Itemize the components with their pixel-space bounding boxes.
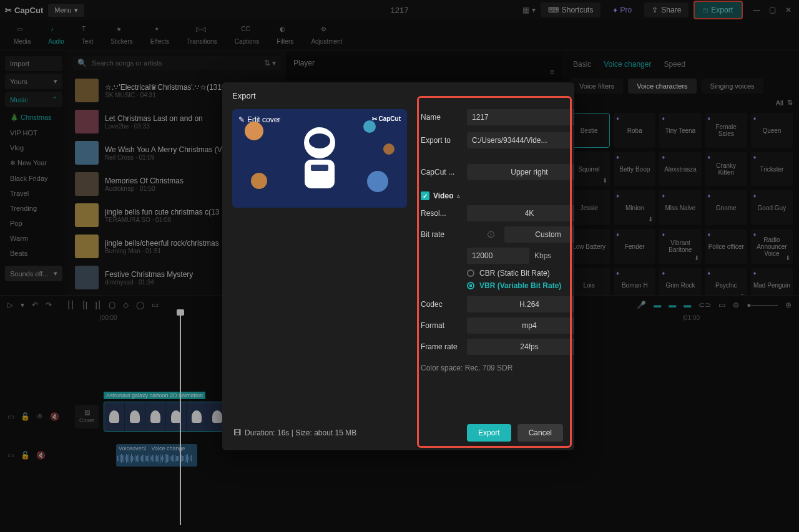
format-label: Format [421, 321, 461, 330]
resolution-label: Resol... [421, 209, 461, 218]
codec-label: Codec [421, 300, 461, 309]
film-icon: 🎞 [233, 428, 241, 437]
video-checkbox[interactable]: ✓ [421, 191, 429, 200]
framerate-label: Frame rate [421, 342, 461, 351]
duration-info: 🎞 Duration: 16s | Size: about 15 MB [233, 428, 356, 437]
dialog-cancel-button[interactable]: Cancel [517, 424, 563, 442]
capcut-label: CapCut ... [421, 168, 461, 177]
info-icon[interactable]: ⓘ [488, 230, 494, 239]
export-path-input[interactable] [467, 132, 571, 148]
cbr-radio[interactable]: CBR (Static Bit Rate) [467, 269, 574, 278]
watermark-position-select[interactable]: Upper right [467, 164, 574, 180]
bitrate-label: Bit rate [421, 230, 461, 239]
format-select[interactable]: mp4 [467, 317, 574, 334]
kbps-label: Kbps [534, 251, 551, 260]
vbr-radio[interactable]: VBR (Variable Bit Rate) [467, 281, 574, 290]
codec-select[interactable]: H.264 [467, 296, 574, 312]
dialog-export-button[interactable]: Export [467, 424, 511, 442]
bitrate-value-input[interactable] [467, 248, 529, 264]
color-space-label: Color space: Rec. 709 SDR [421, 364, 574, 372]
name-label: Name [421, 113, 461, 122]
cover-preview: ✎ Edit cover ✂ CapCut [232, 109, 407, 208]
framerate-select[interactable]: 24fps [467, 339, 574, 355]
dialog-title: Export [222, 82, 574, 109]
video-section-label: Video [433, 191, 453, 200]
caret-up-icon[interactable]: ▵ [457, 193, 460, 199]
watermark: ✂ CapCut [372, 115, 401, 122]
resolution-select[interactable]: 4K [467, 205, 574, 221]
name-input[interactable] [467, 109, 574, 125]
pencil-icon: ✎ [238, 115, 245, 124]
bitrate-select[interactable]: Custom [504, 226, 574, 243]
export-dialog: Export ✎ Edit cover ✂ CapCut Name [222, 82, 574, 450]
export-to-label: Export to [421, 136, 461, 145]
